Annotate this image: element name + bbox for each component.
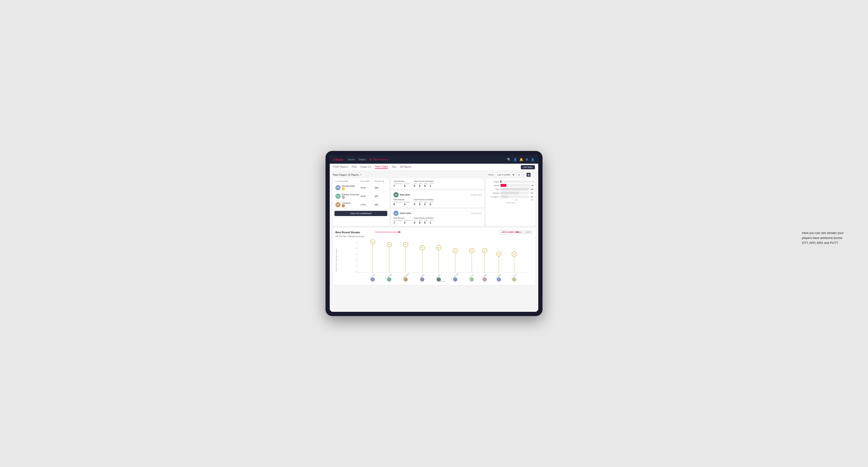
player-name-2: Edward Crossman <box>342 193 359 196</box>
col-player-name: PLAYER NAME <box>335 180 361 182</box>
pb-score-3: 17/20 <box>361 204 375 206</box>
bar-row-eagles: Eagles 3 <box>488 180 533 183</box>
streaks-header: Best Round Streaks OTT APP ARG PUTT <box>335 230 533 234</box>
table-row[interactable]: EC Edward Crossman 2 18/20 107 <box>335 192 387 200</box>
subnav-hcaps[interactable]: Hcaps 1-5 <box>361 165 371 168</box>
nav-my-performance[interactable]: My Performance <box>369 158 388 161</box>
bar-fill-bogeys <box>500 191 519 194</box>
bar-value-pars: 499 <box>530 188 533 190</box>
view-full-leaderboard-button[interactable]: View Full Leaderboard <box>335 211 387 216</box>
player-card-rees: RB Rees Britt 02 Sep 2023 Total Rounds T… <box>391 190 484 208</box>
leaderboard-panel: PLAYER NAME PB SCORE PB AVG SQ RB Richar… <box>333 178 389 226</box>
chart-panel: Eagles 3 Birdies 96 <box>486 178 535 226</box>
metric-putt-btn[interactable]: PUTT <box>524 230 533 234</box>
show-label: Show <box>488 174 494 176</box>
avatar-ca: CA <box>335 202 341 207</box>
search-icon[interactable]: 🔍 <box>507 158 511 161</box>
tablet-frame: clippd Home Teams My Performance 🔍 👤 🔔 ⚙… <box>326 151 542 316</box>
svg-text:4x: 4x <box>454 250 456 252</box>
svg-point-48 <box>371 277 375 282</box>
chart-x-axis: 0 200 400 <box>488 199 533 201</box>
svg-text:6x: 6x <box>388 244 390 246</box>
cards-panel: Total Rounds Tournament 7 Practice 6 <box>391 178 484 226</box>
grid-view-btn[interactable]: ⊞ <box>517 173 521 177</box>
add-team-button[interactable]: Add Team <box>521 165 535 169</box>
subnav-tour[interactable]: Tour <box>392 165 396 168</box>
svg-text:3x: 3x <box>498 253 500 255</box>
users-icon[interactable]: 👤 <box>513 158 517 161</box>
edit-icon[interactable]: ✎ <box>360 174 362 176</box>
badge-3: 3 <box>342 204 345 207</box>
table-row[interactable]: CA Cameron... 3 17/20 103 <box>335 200 387 209</box>
player-info-1: RB Richard Butler 1 <box>335 185 361 190</box>
sub-navbar: PGAT Players PGA Hcaps 1-5 Team Clippd T… <box>330 164 538 171</box>
svg-text:4x: 4x <box>484 250 486 252</box>
avatar-icon[interactable]: 👤 <box>531 158 534 161</box>
card-header-josh: JC Josh Coles 26 Aug 2023 <box>394 211 482 216</box>
subnav-pgat[interactable]: PGAT Players <box>333 165 348 168</box>
bar-row-birdies: Birdies 96 <box>488 184 533 187</box>
player-name-wrap-3: Cameron... 3 <box>342 202 352 207</box>
player-card-josh: JC Josh Coles 26 Aug 2023 Total Rounds T… <box>391 209 484 226</box>
bar-value-eagles: 3 <box>533 181 533 183</box>
bar-container-dbogeys <box>500 195 529 198</box>
svg-point-55 <box>483 277 487 282</box>
svg-text:0: 0 <box>355 271 356 273</box>
svg-point-57 <box>512 277 516 282</box>
bar-label-bogeys: Bogeys <box>488 192 500 194</box>
subnav-pga[interactable]: PGA <box>351 165 356 168</box>
bell-icon[interactable]: 🔔 <box>519 158 523 161</box>
badge-2: 2 <box>342 196 345 199</box>
pb-avg-1: 110 <box>375 187 386 189</box>
x-label-0: 0 <box>500 199 501 201</box>
main-content: Team Clippd | 14 Players ✎ Show Last 3 m… <box>330 171 538 312</box>
metric-app-btn[interactable]: APP <box>507 230 515 234</box>
team-controls: Show Last 3 months ⊞ ≡ ▦ ↓ <box>488 173 535 177</box>
svg-text:3: 3 <box>355 253 356 255</box>
list-view-btn[interactable]: ≡ <box>522 173 526 177</box>
bar-label-dbogeys: D. Bogeys + <box>488 196 500 198</box>
period-select[interactable]: Last 3 months <box>495 173 516 177</box>
card-player-josh: JC Josh Coles <box>394 211 411 216</box>
avatar-rees: RB <box>394 192 399 197</box>
tablet-screen: clippd Home Teams My Performance 🔍 👤 🔔 ⚙… <box>330 155 538 312</box>
bar-fill-dbogeys <box>500 195 508 198</box>
bar-container-eagles <box>500 180 531 183</box>
bar-label-pars: Pars <box>488 188 500 190</box>
svg-text:Players: Players <box>439 280 445 282</box>
nav-home[interactable]: Home <box>348 158 355 161</box>
svg-point-56 <box>497 277 501 282</box>
subnav-all-players[interactable]: All Players <box>400 165 411 168</box>
nav-teams[interactable]: Teams <box>358 158 366 161</box>
stat-practice-josh: Total Practice Activities OTT 0 APP 0 <box>414 217 434 224</box>
pb-score-1: 19/20 <box>361 187 375 189</box>
bar-container-birdies <box>500 184 530 187</box>
card-player-rees: RB Rees Britt <box>394 192 410 197</box>
navbar: clippd Home Teams My Performance 🔍 👤 🔔 ⚙… <box>330 155 538 164</box>
bar-value-dbogeys: 131 <box>530 196 533 198</box>
svg-text:4x: 4x <box>471 250 473 252</box>
pb-score-2: 18/20 <box>361 195 375 197</box>
badge-1: 1 <box>342 187 345 190</box>
subnav-team-clippd[interactable]: Team Clippd <box>375 165 388 169</box>
table-row[interactable]: RB Richard Butler 1 19/20 110 <box>335 184 387 192</box>
metric-ott-btn[interactable]: OTT <box>500 230 507 234</box>
player-name-3: Cameron... <box>342 202 352 204</box>
stat-practice-rees: Total Practice Activities OTT 0 APP 0 <box>414 198 434 206</box>
nav-links: Home Teams My Performance <box>348 158 502 161</box>
content-grid: PLAYER NAME PB SCORE PB AVG SQ RB Richar… <box>333 178 535 226</box>
svg-text:6x: 6x <box>405 244 407 246</box>
bar-value-birdies: 96 <box>531 184 533 187</box>
avatar-rb: RB <box>335 185 341 190</box>
view-icons: ⊞ ≡ ▦ ↓ <box>517 173 535 177</box>
bar-label-birdies: Birdies <box>488 184 500 187</box>
table-view-btn[interactable]: ↓ <box>531 173 535 177</box>
svg-text:3x: 3x <box>513 253 516 255</box>
settings-icon[interactable]: ⚙ <box>526 158 528 161</box>
card-view-btn[interactable]: ▦ <box>526 173 531 177</box>
player-info-3: CA Cameron... 3 <box>335 202 361 207</box>
metric-arg-btn[interactable]: ARG <box>516 230 523 234</box>
svg-text:1: 1 <box>355 265 356 267</box>
stat-rounds-rees: Total Rounds Tournament 8 Practice 4 <box>394 198 410 206</box>
card-header-rees: RB Rees Britt 02 Sep 2023 <box>394 192 482 197</box>
